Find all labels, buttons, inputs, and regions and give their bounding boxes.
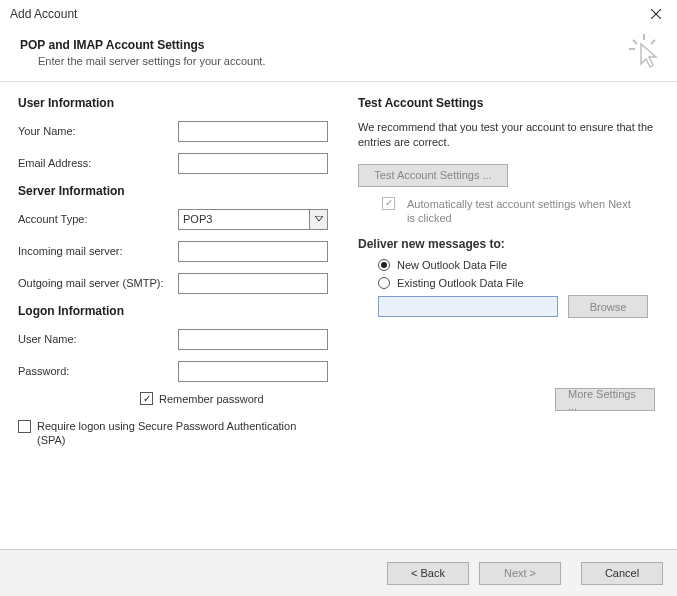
existing-file-radio[interactable] (378, 277, 390, 289)
remember-password-label: Remember password (159, 393, 264, 405)
username-input[interactable] (178, 329, 328, 350)
new-file-row: New Outlook Data File (378, 259, 655, 271)
existing-file-browse-row: Browse (378, 295, 655, 318)
password-row: Password: (18, 360, 328, 382)
auto-test-label: Automatically test account settings when… (407, 197, 637, 226)
svg-line-3 (633, 40, 637, 44)
outgoing-label: Outgoing mail server (SMTP): (18, 277, 178, 289)
account-type-label: Account Type: (18, 213, 178, 225)
username-label: User Name: (18, 333, 178, 345)
outgoing-input[interactable] (178, 273, 328, 294)
auto-test-checkbox (382, 197, 395, 210)
right-column: Test Account Settings We recommend that … (358, 96, 659, 448)
browse-button-label: Browse (590, 301, 627, 313)
new-file-label: New Outlook Data File (397, 259, 507, 271)
wizard-subtitle: Enter the mail server settings for your … (38, 55, 657, 67)
next-button-label: Next > (504, 567, 536, 579)
back-button[interactable]: < Back (387, 562, 469, 585)
content-area: User Information Your Name: Email Addres… (0, 82, 677, 458)
existing-file-input (378, 296, 558, 317)
test-account-button[interactable]: Test Account Settings ... (358, 164, 508, 187)
spa-label: Require logon using Secure Password Auth… (37, 419, 297, 448)
wizard-title: POP and IMAP Account Settings (20, 38, 657, 52)
account-type-value: POP3 (179, 213, 309, 225)
user-info-title: User Information (18, 96, 328, 110)
titlebar: Add Account (0, 0, 677, 28)
more-settings-button-label: More Settings ... (568, 388, 642, 412)
incoming-label: Incoming mail server: (18, 245, 178, 257)
wizard-footer: < Back Next > Cancel (0, 550, 677, 596)
test-settings-desc: We recommend that you test your account … (358, 120, 655, 150)
close-button[interactable] (641, 3, 671, 25)
next-button[interactable]: Next > (479, 562, 561, 585)
window-title: Add Account (10, 7, 77, 21)
existing-file-row: Existing Outlook Data File (378, 277, 655, 289)
close-icon (651, 9, 661, 19)
spa-checkbox[interactable] (18, 420, 31, 433)
test-account-button-label: Test Account Settings ... (374, 169, 491, 181)
new-file-radio[interactable] (378, 259, 390, 271)
account-type-row: Account Type: POP3 (18, 208, 328, 230)
more-settings-button[interactable]: More Settings ... (555, 388, 655, 411)
password-input[interactable] (178, 361, 328, 382)
more-settings-row: More Settings ... (358, 388, 655, 411)
chevron-down-icon (309, 210, 327, 229)
cancel-button[interactable]: Cancel (581, 562, 663, 585)
remember-password-checkbox[interactable] (140, 392, 153, 405)
username-row: User Name: (18, 328, 328, 350)
incoming-input[interactable] (178, 241, 328, 262)
left-column: User Information Your Name: Email Addres… (18, 96, 328, 448)
outgoing-row: Outgoing mail server (SMTP): (18, 272, 328, 294)
svg-line-4 (651, 40, 655, 44)
existing-file-label: Existing Outlook Data File (397, 277, 524, 289)
back-button-label: < Back (411, 567, 445, 579)
server-info-title: Server Information (18, 184, 328, 198)
spa-row: Require logon using Secure Password Auth… (18, 419, 328, 448)
incoming-row: Incoming mail server: (18, 240, 328, 262)
logon-info-title: Logon Information (18, 304, 328, 318)
deliver-title: Deliver new messages to: (358, 237, 655, 251)
email-row: Email Address: (18, 152, 328, 174)
email-label: Email Address: (18, 157, 178, 169)
browse-button: Browse (568, 295, 648, 318)
auto-test-row: Automatically test account settings when… (382, 197, 655, 226)
cancel-button-label: Cancel (605, 567, 639, 579)
test-settings-title: Test Account Settings (358, 96, 655, 110)
your-name-label: Your Name: (18, 125, 178, 137)
your-name-row: Your Name: (18, 120, 328, 142)
email-input[interactable] (178, 153, 328, 174)
your-name-input[interactable] (178, 121, 328, 142)
remember-password-row: Remember password (140, 392, 328, 405)
cursor-icon (629, 34, 659, 70)
wizard-header: POP and IMAP Account Settings Enter the … (0, 28, 677, 81)
account-type-select[interactable]: POP3 (178, 209, 328, 230)
password-label: Password: (18, 365, 178, 377)
